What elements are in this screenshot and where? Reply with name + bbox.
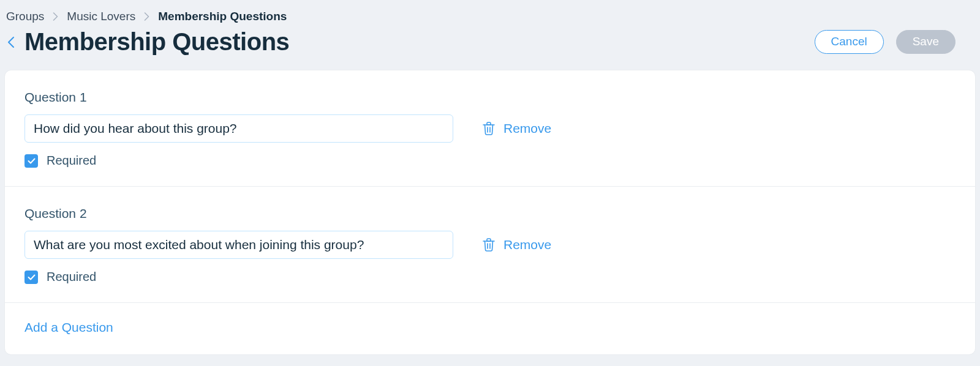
question-label: Question 2 — [24, 206, 956, 221]
header-actions: Cancel Save — [815, 30, 975, 54]
questions-card: Question 1 Remove — [5, 70, 975, 354]
required-label: Required — [47, 270, 96, 284]
save-button[interactable]: Save — [896, 30, 956, 54]
page-title: Membership Questions — [24, 28, 289, 56]
required-checkbox[interactable] — [24, 271, 38, 284]
required-checkbox[interactable] — [24, 154, 38, 168]
remove-label: Remove — [503, 121, 551, 136]
required-label: Required — [47, 154, 96, 168]
trash-icon — [483, 238, 495, 252]
breadcrumb: Groups Music Lovers Membership Questions — [5, 0, 975, 28]
breadcrumb-link-group[interactable]: Music Lovers — [67, 10, 135, 23]
question-input[interactable] — [24, 231, 453, 259]
question-input[interactable] — [24, 114, 453, 143]
question-label: Question 1 — [24, 90, 956, 105]
question-section: Question 1 Remove — [5, 70, 975, 187]
remove-button[interactable]: Remove — [479, 235, 555, 255]
question-section: Question 2 Remove — [5, 187, 975, 303]
check-icon — [28, 274, 36, 280]
breadcrumb-current: Membership Questions — [158, 10, 287, 23]
chevron-left-icon — [7, 36, 15, 48]
breadcrumb-link-groups[interactable]: Groups — [6, 10, 44, 23]
back-button[interactable] — [5, 35, 17, 50]
remove-button[interactable]: Remove — [479, 119, 555, 138]
add-question-section: Add a Question — [5, 303, 975, 354]
chevron-right-icon — [144, 12, 149, 21]
add-question-button[interactable]: Add a Question — [24, 320, 113, 335]
page-header: Membership Questions Cancel Save — [5, 28, 975, 70]
check-icon — [28, 158, 36, 164]
remove-label: Remove — [503, 237, 551, 252]
trash-icon — [483, 122, 495, 135]
cancel-button[interactable]: Cancel — [815, 30, 884, 54]
chevron-right-icon — [53, 12, 58, 21]
